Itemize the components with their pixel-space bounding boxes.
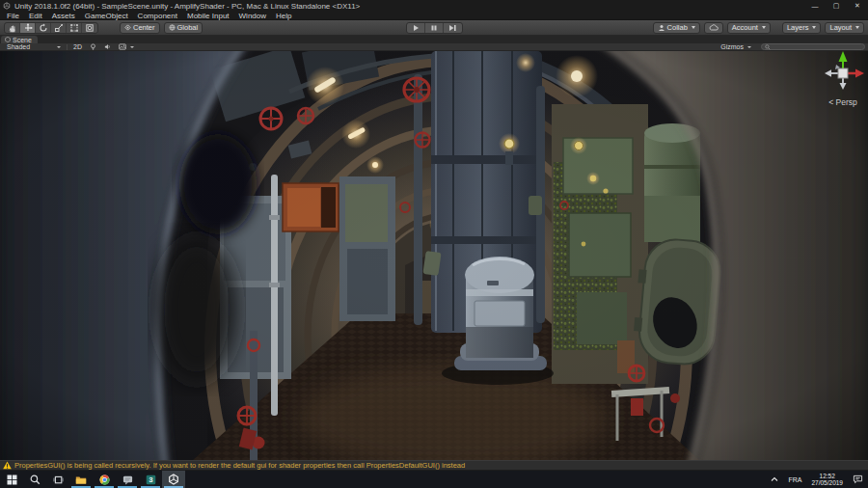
chat-app-icon bbox=[122, 474, 133, 485]
transform-tools bbox=[4, 22, 98, 34]
move-icon bbox=[23, 23, 33, 33]
gizmos-caret-icon bbox=[747, 46, 751, 48]
scene-lighting-toggle[interactable] bbox=[86, 43, 100, 51]
layers-label: Layers bbox=[787, 23, 809, 32]
menu-help[interactable]: Help bbox=[271, 12, 296, 20]
taskbar-search-button[interactable] bbox=[23, 471, 46, 488]
draw-mode-dropdown[interactable]: Shaded bbox=[3, 43, 65, 51]
menu-window[interactable]: Window bbox=[234, 12, 271, 20]
audio-icon bbox=[104, 43, 111, 50]
scale-icon bbox=[54, 23, 64, 33]
transform-tool-button[interactable] bbox=[82, 23, 97, 33]
menu-assets[interactable]: Assets bbox=[47, 12, 80, 20]
pivot-toggle-button[interactable]: Center bbox=[120, 22, 160, 34]
windows-taskbar: 3 FRA 12:52 27/05/2019 bbox=[0, 471, 868, 488]
hand-tool-button[interactable] bbox=[5, 23, 20, 33]
file-explorer-icon bbox=[75, 474, 87, 485]
scene-effects-dropdown[interactable] bbox=[115, 43, 138, 51]
chrome-button[interactable] bbox=[93, 471, 116, 488]
playmode-controls bbox=[406, 22, 463, 34]
menu-mobile-input[interactable]: Mobile Input bbox=[182, 12, 234, 20]
step-button[interactable] bbox=[444, 23, 462, 33]
cloud-button[interactable] bbox=[704, 22, 723, 34]
app3-icon: 3 bbox=[146, 474, 156, 485]
close-button[interactable]: ✕ bbox=[847, 0, 868, 12]
maximize-button[interactable]: ▢ bbox=[826, 0, 847, 12]
scene-search-box bbox=[761, 43, 865, 50]
rect-tool-icon bbox=[69, 23, 79, 33]
task-view-icon bbox=[53, 474, 64, 485]
persp-label[interactable]: < Persp bbox=[828, 97, 857, 107]
gizmos-label: Gizmos bbox=[720, 43, 744, 50]
layout-dropdown[interactable]: Layout bbox=[825, 22, 864, 34]
pause-button[interactable] bbox=[425, 23, 444, 33]
window-title: Unity 2018.1.0f2 (64bit) - SampleScene.u… bbox=[14, 2, 360, 11]
pivot-label: Center bbox=[133, 23, 155, 32]
file-explorer-button[interactable] bbox=[69, 471, 93, 488]
scene-audio-toggle[interactable] bbox=[100, 43, 115, 51]
scene-view-toolbar: Shaded 2D Gizmos bbox=[0, 43, 868, 51]
menu-edit[interactable]: Edit bbox=[24, 12, 47, 20]
window-titlebar: Unity 2018.1.0f2 (64bit) - SampleScene.u… bbox=[0, 0, 868, 12]
unity-taskbar-button[interactable] bbox=[162, 471, 185, 488]
vignette bbox=[0, 51, 868, 460]
gizmos-dropdown[interactable]: Gizmos bbox=[717, 43, 755, 51]
gizmo-cube[interactable] bbox=[838, 68, 848, 78]
unity-app-icon bbox=[3, 2, 11, 10]
account-dropdown[interactable]: Account bbox=[727, 22, 771, 34]
toggle-2d-button[interactable]: 2D bbox=[69, 43, 86, 51]
move-tool-button[interactable] bbox=[20, 23, 36, 33]
system-tray: FRA 12:52 27/05/2019 bbox=[766, 471, 868, 488]
warning-icon bbox=[3, 461, 12, 470]
status-bar[interactable]: PropertiesGUI() is being called recursiv… bbox=[0, 460, 868, 471]
unity-toolbar: Center Global Colla bbox=[0, 20, 868, 36]
play-icon bbox=[412, 24, 420, 32]
play-button[interactable] bbox=[407, 23, 425, 33]
scene-viewport[interactable]: < Persp bbox=[0, 51, 868, 460]
menu-gameobject[interactable]: GameObject bbox=[80, 12, 133, 20]
account-caret-icon bbox=[762, 26, 766, 29]
app3-button[interactable]: 3 bbox=[139, 471, 162, 488]
scale-tool-button[interactable] bbox=[51, 23, 67, 33]
action-center-icon bbox=[853, 474, 863, 484]
menu-component[interactable]: Component bbox=[133, 12, 182, 20]
language-indicator[interactable]: FRA bbox=[783, 471, 806, 488]
pause-icon bbox=[430, 24, 438, 32]
collab-icon bbox=[658, 24, 665, 32]
search-icon bbox=[30, 474, 41, 485]
task-view-button[interactable] bbox=[46, 471, 69, 488]
account-label: Account bbox=[732, 23, 758, 32]
space-toggle-button[interactable]: Global bbox=[164, 22, 203, 34]
effects-icon bbox=[119, 43, 126, 50]
scene-tab-label: Scene bbox=[13, 37, 32, 43]
collab-caret-icon bbox=[692, 26, 695, 29]
draw-mode-label: Shaded bbox=[7, 43, 30, 50]
status-warning-text: PropertiesGUI() is being called recursiv… bbox=[14, 461, 465, 470]
collab-button[interactable]: Collab bbox=[653, 22, 700, 34]
start-button[interactable] bbox=[0, 471, 23, 488]
effects-caret-icon bbox=[130, 46, 134, 48]
lighting-icon bbox=[90, 43, 96, 50]
app3-glyph: 3 bbox=[149, 475, 153, 484]
layers-caret-icon bbox=[812, 26, 816, 29]
action-center-button[interactable] bbox=[848, 471, 868, 488]
scene-search-input[interactable] bbox=[771, 43, 861, 50]
menu-bar: File Edit Assets GameObject Component Mo… bbox=[0, 12, 868, 20]
taskbar-clock[interactable]: 12:52 27/05/2019 bbox=[806, 471, 848, 488]
rect-tool-button[interactable] bbox=[67, 23, 82, 33]
minimize-button[interactable]: — bbox=[804, 0, 826, 12]
chat-app-button[interactable] bbox=[116, 471, 139, 488]
transform-tool-icon bbox=[85, 23, 95, 33]
cloud-icon bbox=[709, 24, 719, 31]
scene-view: < Persp bbox=[0, 51, 868, 460]
rotate-tool-button[interactable] bbox=[36, 23, 51, 33]
draw-mode-caret-icon bbox=[57, 46, 61, 48]
clock-time: 12:52 bbox=[820, 473, 835, 480]
scene-tab-icon bbox=[5, 37, 11, 42]
layout-caret-icon bbox=[855, 26, 859, 29]
collab-label: Collab bbox=[667, 23, 688, 32]
menu-file[interactable]: File bbox=[2, 12, 24, 20]
chrome-icon bbox=[99, 474, 110, 485]
layers-dropdown[interactable]: Layers bbox=[782, 22, 822, 34]
tray-chevron-button[interactable] bbox=[766, 471, 783, 488]
